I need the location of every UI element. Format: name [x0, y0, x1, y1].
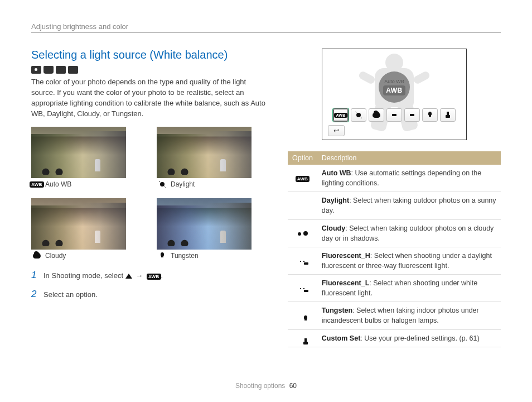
table-row: Daylight: Select when taking outdoor pho… — [288, 192, 501, 219]
step-2: 2 Select an option. — [31, 289, 265, 300]
row-fluorescent-l-desc: Fluorescent_L: Select when shooting unde… — [317, 275, 501, 302]
bulb-icon — [157, 252, 168, 259]
fluorescent-l-icon — [408, 112, 416, 118]
step-1-number: 1 — [31, 270, 38, 281]
wb-option-tungsten[interactable] — [422, 108, 438, 122]
row-cloudy-desc: Cloudy: Select when taking outdoor photo… — [317, 219, 501, 247]
intro-paragraph: The color of your photo depends on the t… — [31, 77, 265, 119]
sun-icon — [157, 181, 168, 188]
row-custom-icon — [288, 329, 317, 347]
row-fluorescent-h-icon — [288, 247, 317, 274]
row-fluorescent-l-icon — [288, 275, 317, 302]
cloud-icon — [373, 113, 380, 118]
awb-icon: AWB — [147, 274, 161, 280]
sample-auto-wb: AWB Auto WB — [31, 127, 140, 188]
wb-option-fluorescent-l[interactable] — [404, 108, 420, 122]
awb-icon: AWB — [334, 113, 347, 118]
awb-icon: AWB — [31, 181, 42, 188]
scene-mode-icon — [43, 66, 54, 74]
row-fluorescent-h-desc: Fluorescent_H: Select when shooting unde… — [317, 247, 501, 274]
wb-option-daylight[interactable] — [351, 108, 366, 122]
steps-list: 1 In Shooting mode, select → AWB. 2 Sele… — [31, 270, 265, 300]
wb-selected-badge: Auto WB AWB — [379, 71, 410, 103]
row-auto-wb-desc: Auto WB: Use automatic settings dependin… — [317, 165, 501, 192]
table-row: AWB Auto WB: Use automatic settings depe… — [288, 165, 501, 192]
wb-option-cloudy[interactable] — [369, 108, 384, 122]
table-header-option: Option — [288, 151, 317, 165]
step-1-text: In Shooting mode, select → AWB. — [43, 271, 163, 280]
row-tungsten-icon — [288, 302, 317, 329]
sample-daylight-thumb — [157, 127, 252, 178]
wb-selected-code: AWB — [383, 85, 405, 95]
camera-mode-icon — [31, 66, 41, 74]
sample-auto-wb-label: AWB Auto WB — [31, 180, 140, 188]
wb-option-fluorescent-h[interactable] — [386, 108, 402, 122]
sample-grid: AWB Auto WB Daylight Cloudy — [31, 127, 265, 260]
options-table: Option Description AWB Auto WB: Use auto… — [288, 151, 501, 347]
table-row: Custom Set: Use your pre-defined setting… — [288, 329, 501, 347]
sample-auto-wb-thumb — [31, 127, 126, 178]
wb-option-auto[interactable]: AWB — [333, 108, 349, 122]
step-2-number: 2 — [31, 289, 38, 300]
row-daylight-desc: Daylight: Select when taking outdoor pho… — [317, 192, 501, 219]
sample-cloudy-label: Cloudy — [31, 252, 140, 260]
cloud-icon — [31, 252, 42, 259]
header-section: Adjusting brightness and color — [31, 22, 128, 31]
right-column: Auto WB AWB AWB ↩ Option Description — [288, 49, 501, 347]
bulb-icon — [427, 112, 433, 118]
camera-screen-preview: Auto WB AWB AWB ↩ — [322, 49, 467, 140]
sample-tungsten-thumb — [157, 198, 252, 250]
wb-option-row: AWB — [328, 108, 461, 123]
sample-tungsten-label: Tungsten — [157, 252, 265, 260]
table-row: Fluorescent_H: Select when shooting unde… — [288, 247, 501, 274]
page-header: Adjusting brightness and color — [31, 22, 501, 33]
wb-option-custom[interactable] — [440, 108, 456, 122]
movie-mode-icon — [68, 66, 78, 74]
table-header-description: Description — [317, 151, 501, 165]
triangle-up-icon — [125, 274, 132, 279]
back-icon: ↩ — [333, 127, 339, 135]
step-1: 1 In Shooting mode, select → AWB. — [31, 270, 265, 281]
sample-cloudy: Cloudy — [31, 198, 140, 260]
row-tungsten-desc: Tungsten: Select when taking indoor phot… — [317, 302, 501, 329]
content-columns: Selecting a light source (White balance)… — [31, 49, 501, 347]
row-cloudy-icon — [288, 219, 317, 247]
back-button[interactable]: ↩ — [328, 125, 345, 136]
mode-icons-row — [31, 66, 265, 74]
sample-cloudy-thumb — [31, 198, 126, 250]
fluorescent-h-icon — [390, 112, 398, 118]
sample-daylight: Daylight — [157, 127, 265, 188]
section-heading: Selecting a light source (White balance) — [31, 49, 265, 61]
dual-mode-icon — [56, 66, 66, 74]
table-row: Tungsten: Select when taking indoor phot… — [288, 302, 501, 329]
left-column: Selecting a light source (White balance)… — [31, 49, 265, 347]
page-number: 60 — [289, 382, 297, 390]
table-row: Cloudy: Select when taking outdoor photo… — [288, 219, 501, 247]
table-row: Fluorescent_L: Select when shooting unde… — [288, 275, 501, 302]
sample-daylight-label: Daylight — [157, 180, 265, 188]
wb-selected-label: Auto WB — [384, 79, 404, 84]
arrow-right-icon: → — [136, 271, 143, 280]
row-custom-desc: Custom Set: Use your pre-defined setting… — [317, 329, 501, 347]
step-2-text: Select an option. — [43, 290, 98, 299]
footer-section: Shooting options — [235, 382, 285, 390]
page-footer: Shooting options 60 — [0, 382, 532, 390]
row-auto-wb-icon: AWB — [288, 165, 317, 192]
sample-tungsten: Tungsten — [157, 198, 265, 260]
sun-icon — [355, 112, 362, 118]
custom-set-icon — [444, 112, 451, 118]
row-daylight-icon — [288, 192, 317, 219]
